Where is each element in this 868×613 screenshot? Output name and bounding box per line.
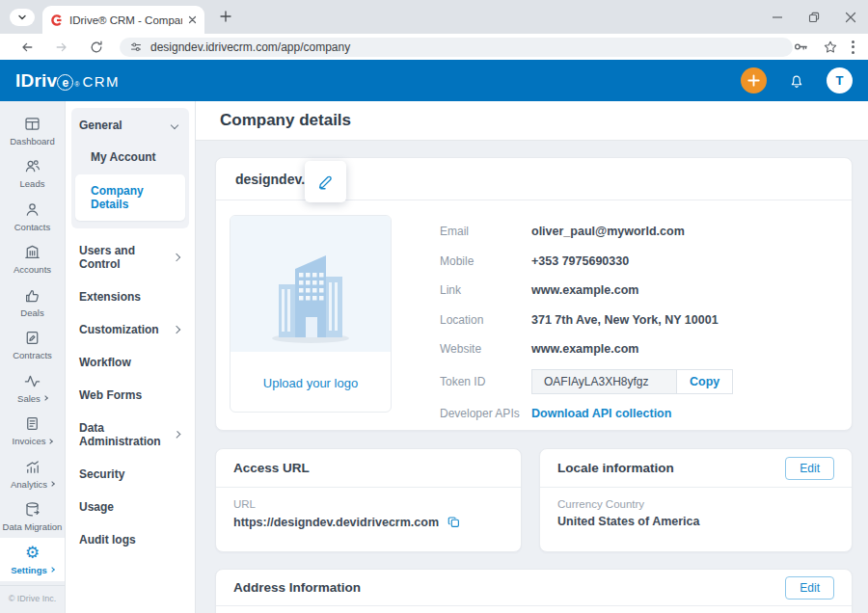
- field-row-location: Location 371 7th Ave, New York, NY 10001: [440, 306, 832, 335]
- subnav-item-audit-logs[interactable]: Audit logs: [71, 523, 189, 556]
- field-row-link: Link www.example.com: [440, 276, 832, 306]
- copy-url-icon[interactable]: [447, 515, 461, 529]
- primary-sidebar: Dashboard Leads Contacts Accounts Deals …: [0, 101, 66, 613]
- browser-toolbar: designdev.idrivecrm.com/app/company: [0, 34, 868, 60]
- url-label: URL: [233, 498, 503, 510]
- company-name: designdev.: [235, 172, 305, 187]
- logo-text: IDriv: [15, 70, 57, 92]
- submenu-arrow-icon: [49, 567, 55, 573]
- company-details-card: designdev.: [215, 157, 853, 431]
- settings-subnav: General My Account Company Details Users…: [66, 101, 196, 613]
- settings-gear-icon: ⚙: [25, 544, 40, 562]
- access-url-title: Access URL: [233, 461, 310, 475]
- idrive-crm-logo: IDrive®CRM: [15, 70, 120, 92]
- logo-registered-mark: ®: [74, 81, 79, 88]
- accounts-icon: [23, 243, 41, 261]
- upload-logo-link[interactable]: Upload your logo: [231, 352, 391, 413]
- locale-information-card: Locale information Edit Currency Country…: [539, 448, 853, 552]
- quick-add-button[interactable]: [741, 67, 767, 93]
- tab-close-icon[interactable]: [188, 15, 197, 24]
- submenu-arrow-icon: [42, 395, 48, 401]
- leads-icon: [23, 157, 41, 175]
- browser-tab-strip: IDrive® CRM - Company Detail: [0, 0, 868, 34]
- sidebar-item-sales[interactable]: Sales: [0, 366, 65, 410]
- subnav-item-customization[interactable]: Customization: [71, 313, 189, 346]
- contacts-icon: [23, 200, 41, 219]
- download-api-collection-link[interactable]: Download API collection: [531, 407, 671, 420]
- sidebar-item-contracts[interactable]: Contracts: [0, 324, 65, 367]
- dashboard-icon: [23, 115, 41, 133]
- app-header: IDrive®CRM T: [0, 60, 868, 101]
- password-key-icon[interactable]: [793, 39, 809, 55]
- chevron-down-icon: [17, 13, 27, 22]
- company-logo-box: Upload your logo: [230, 215, 392, 413]
- user-avatar[interactable]: T: [827, 67, 853, 93]
- back-button[interactable]: [16, 37, 38, 58]
- subnav-item-extensions[interactable]: Extensions: [71, 280, 189, 313]
- sidebar-item-data-migration[interactable]: Data Migration: [0, 495, 65, 539]
- subnav-item-my-account[interactable]: My Account: [71, 142, 189, 173]
- logo-e-badge: e: [57, 74, 73, 91]
- contracts-icon: [23, 329, 41, 347]
- subnav-item-web-forms[interactable]: Web Forms: [71, 379, 189, 412]
- window-minimize-button[interactable]: [770, 10, 785, 25]
- sidebar-item-dashboard[interactable]: Dashboard: [0, 109, 65, 152]
- submenu-arrow-icon: [48, 439, 54, 444]
- pencil-edit-icon: [316, 173, 335, 191]
- currency-country-label: Currency Country: [557, 498, 834, 510]
- browser-tab[interactable]: IDrive® CRM - Company Detail: [42, 6, 204, 34]
- sidebar-item-analytics[interactable]: Analytics: [0, 452, 65, 495]
- edit-locale-button[interactable]: Edit: [785, 457, 834, 480]
- access-url-value: https://designdev.devidrivecrm.com: [233, 516, 439, 529]
- forward-button[interactable]: [51, 37, 72, 58]
- address-bar[interactable]: designdev.idrivecrm.com/app/company: [120, 38, 793, 57]
- page-header: Company details: [196, 101, 868, 141]
- subnav-item-users-and-control[interactable]: Users and Control: [71, 234, 189, 280]
- subnav-item-usage[interactable]: Usage: [71, 491, 189, 523]
- browser-menu-icon[interactable]: [852, 40, 854, 54]
- currency-country-value: United States of America: [557, 515, 834, 528]
- copyright-text: © IDrive Inc.: [0, 585, 65, 613]
- field-row-website: Website www.example.com: [440, 334, 832, 364]
- subnav-item-company-details[interactable]: Company Details: [75, 174, 185, 221]
- field-row-mobile: Mobile +353 7975690330: [440, 247, 832, 277]
- reload-button[interactable]: [86, 37, 107, 58]
- notifications-bell-icon[interactable]: [788, 72, 805, 90]
- subnav-item-security[interactable]: Security: [71, 458, 189, 491]
- sidebar-item-invoices[interactable]: Invoices: [0, 410, 65, 453]
- edit-address-button[interactable]: Edit: [785, 576, 834, 600]
- site-settings-icon[interactable]: [129, 40, 143, 54]
- subnav-item-data-administration[interactable]: Data Administration: [71, 412, 189, 458]
- new-tab-button[interactable]: [216, 7, 235, 26]
- window-close-button[interactable]: [843, 10, 858, 25]
- sidebar-item-contacts[interactable]: Contacts: [0, 195, 65, 238]
- copy-token-button[interactable]: Copy: [676, 369, 733, 394]
- plus-icon: [747, 74, 760, 87]
- submenu-arrow-icon: [49, 481, 55, 487]
- tab-title: IDrive® CRM - Company Detail: [69, 14, 182, 26]
- deals-icon: [23, 286, 41, 305]
- field-row-token-id: Token ID OAFIAyLA3XH8yfgz Copy: [440, 364, 832, 399]
- tab-search-button[interactable]: [10, 9, 35, 26]
- sidebar-item-deals[interactable]: Deals: [0, 280, 65, 324]
- subnav-group-general: General My Account Company Details: [71, 108, 189, 228]
- sidebar-item-settings[interactable]: ⚙ Settings: [0, 538, 65, 581]
- address-title: Address Information: [233, 580, 361, 595]
- sidebar-item-accounts[interactable]: Accounts: [0, 238, 65, 281]
- logo-crm-text: CRM: [82, 73, 120, 90]
- idrive-favicon: [50, 13, 64, 27]
- chevron-right-icon: [173, 326, 180, 333]
- subnav-item-general[interactable]: General: [71, 108, 189, 142]
- analytics-icon: [23, 458, 41, 476]
- address-information-card: Address Information Edit: [215, 569, 853, 613]
- access-url-card: Access URL URL https://designdev.devidri…: [215, 448, 522, 552]
- token-id-value: OAFIAyLA3XH8yfgz: [531, 369, 676, 394]
- sidebar-item-leads[interactable]: Leads: [0, 152, 65, 196]
- data-migration-icon: [23, 500, 41, 519]
- bookmark-star-icon[interactable]: [823, 40, 838, 55]
- edit-company-name-button[interactable]: [305, 161, 346, 202]
- subnav-item-workflow[interactable]: Workflow: [71, 346, 189, 379]
- main-content: designdev.: [196, 141, 868, 613]
- window-restore-button[interactable]: [806, 10, 822, 25]
- field-row-developer-apis: Developer APIs Download API collection: [440, 399, 832, 429]
